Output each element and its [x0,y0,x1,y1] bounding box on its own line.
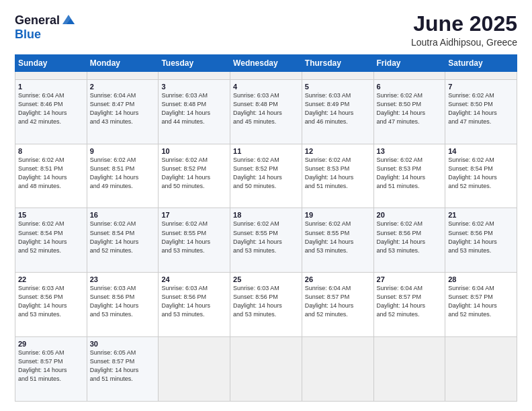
day-number: 20 [377,211,443,219]
table-row: 24Sunrise: 6:03 AM Sunset: 8:56 PM Dayli… [159,273,230,337]
day-number: 17 [161,211,227,219]
day-info: Sunrise: 6:04 AM Sunset: 8:47 PM Dayligh… [90,91,156,126]
calendar-week-row: 29Sunrise: 6:05 AM Sunset: 8:57 PM Dayli… [15,337,517,402]
day-info: Sunrise: 6:02 AM Sunset: 8:54 PM Dayligh… [448,156,514,191]
table-row [373,72,445,80]
table-row: 30Sunrise: 6:05 AM Sunset: 8:57 PM Dayli… [87,337,159,402]
table-row [159,72,230,80]
day-number: 14 [448,147,514,155]
day-info: Sunrise: 6:03 AM Sunset: 8:49 PM Dayligh… [305,91,371,126]
logo-blue: Blue [15,28,41,41]
day-info: Sunrise: 6:04 AM Sunset: 8:57 PM Dayligh… [448,284,514,319]
table-row: 8Sunrise: 6:02 AM Sunset: 8:51 PM Daylig… [15,144,87,208]
table-row: 23Sunrise: 6:03 AM Sunset: 8:56 PM Dayli… [87,273,159,337]
day-info: Sunrise: 6:02 AM Sunset: 8:53 PM Dayligh… [377,156,443,191]
table-row: 7Sunrise: 6:02 AM Sunset: 8:50 PM Daylig… [445,79,517,144]
day-number: 16 [90,211,156,219]
day-number: 28 [448,275,514,283]
day-number: 25 [233,275,299,283]
day-info: Sunrise: 6:02 AM Sunset: 8:52 PM Dayligh… [161,156,227,191]
day-info: Sunrise: 6:03 AM Sunset: 8:56 PM Dayligh… [90,284,156,319]
calendar-week-row: 8Sunrise: 6:02 AM Sunset: 8:51 PM Daylig… [15,144,517,208]
table-row: 19Sunrise: 6:02 AM Sunset: 8:55 PM Dayli… [302,208,373,273]
day-number: 2 [90,83,156,91]
col-tuesday: Tuesday [159,55,230,72]
table-row: 16Sunrise: 6:02 AM Sunset: 8:54 PM Dayli… [87,208,159,273]
table-row: 18Sunrise: 6:02 AM Sunset: 8:55 PM Dayli… [230,208,302,273]
table-row: 2Sunrise: 6:04 AM Sunset: 8:47 PM Daylig… [87,79,159,144]
day-number: 29 [18,340,84,348]
calendar-week-row: 1Sunrise: 6:04 AM Sunset: 8:46 PM Daylig… [15,79,517,144]
table-row: 20Sunrise: 6:02 AM Sunset: 8:56 PM Dayli… [373,208,445,273]
day-info: Sunrise: 6:05 AM Sunset: 8:57 PM Dayligh… [18,349,84,383]
month-title: June 2025 [411,12,517,36]
table-row: 26Sunrise: 6:04 AM Sunset: 8:57 PM Dayli… [302,273,373,337]
day-number: 9 [90,147,156,155]
day-info: Sunrise: 6:02 AM Sunset: 8:56 PM Dayligh… [377,220,443,255]
header: General Blue June 2025 Loutra Aidhipsou,… [15,12,517,48]
table-row: 22Sunrise: 6:03 AM Sunset: 8:56 PM Dayli… [15,273,87,337]
table-row: 15Sunrise: 6:02 AM Sunset: 8:54 PM Dayli… [15,208,87,273]
table-row [373,337,445,402]
table-row: 3Sunrise: 6:03 AM Sunset: 8:48 PM Daylig… [159,79,230,144]
day-info: Sunrise: 6:02 AM Sunset: 8:55 PM Dayligh… [233,220,299,255]
table-row [445,337,517,402]
day-info: Sunrise: 6:03 AM Sunset: 8:56 PM Dayligh… [161,284,227,319]
table-row [159,337,230,402]
day-number: 21 [448,211,514,219]
day-number: 15 [18,211,84,219]
logo: General Blue [15,12,76,41]
day-number: 18 [233,211,299,219]
day-info: Sunrise: 6:03 AM Sunset: 8:48 PM Dayligh… [233,91,299,126]
day-info: Sunrise: 6:04 AM Sunset: 8:57 PM Dayligh… [377,284,443,319]
col-wednesday: Wednesday [230,55,302,72]
calendar-week-row: 15Sunrise: 6:02 AM Sunset: 8:54 PM Dayli… [15,208,517,273]
table-row [230,72,302,80]
table-row: 12Sunrise: 6:02 AM Sunset: 8:53 PM Dayli… [302,144,373,208]
calendar-table: Sunday Monday Tuesday Wednesday Thursday… [15,54,517,402]
day-number: 11 [233,147,299,155]
col-friday: Friday [373,55,445,72]
table-row: 6Sunrise: 6:02 AM Sunset: 8:50 PM Daylig… [373,79,445,144]
day-info: Sunrise: 6:04 AM Sunset: 8:46 PM Dayligh… [18,91,84,126]
day-number: 26 [305,275,371,283]
day-info: Sunrise: 6:04 AM Sunset: 8:57 PM Dayligh… [305,284,371,319]
day-info: Sunrise: 6:02 AM Sunset: 8:56 PM Dayligh… [448,220,514,255]
day-info: Sunrise: 6:02 AM Sunset: 8:54 PM Dayligh… [90,220,156,255]
day-number: 23 [90,275,156,283]
calendar-week-row: 22Sunrise: 6:03 AM Sunset: 8:56 PM Dayli… [15,273,517,337]
day-number: 4 [233,83,299,91]
title-block: June 2025 Loutra Aidhipsou, Greece [411,12,517,48]
day-number: 1 [18,83,84,91]
day-number: 12 [305,147,371,155]
table-row: 17Sunrise: 6:02 AM Sunset: 8:55 PM Dayli… [159,208,230,273]
table-row: 29Sunrise: 6:05 AM Sunset: 8:57 PM Dayli… [15,337,87,402]
table-row: 1Sunrise: 6:04 AM Sunset: 8:46 PM Daylig… [15,79,87,144]
day-number: 3 [161,83,227,91]
day-number: 7 [448,83,514,91]
day-info: Sunrise: 6:02 AM Sunset: 8:55 PM Dayligh… [305,220,371,255]
day-info: Sunrise: 6:03 AM Sunset: 8:48 PM Dayligh… [161,91,227,126]
day-info: Sunrise: 6:02 AM Sunset: 8:50 PM Dayligh… [448,91,514,126]
table-row: 10Sunrise: 6:02 AM Sunset: 8:52 PM Dayli… [159,144,230,208]
day-number: 27 [377,275,443,283]
day-info: Sunrise: 6:03 AM Sunset: 8:56 PM Dayligh… [233,284,299,319]
day-number: 13 [377,147,443,155]
col-thursday: Thursday [302,55,373,72]
table-row [230,337,302,402]
day-info: Sunrise: 6:05 AM Sunset: 8:57 PM Dayligh… [90,349,156,383]
table-row [302,72,373,80]
table-row: 9Sunrise: 6:02 AM Sunset: 8:51 PM Daylig… [87,144,159,208]
day-number: 10 [161,147,227,155]
day-info: Sunrise: 6:02 AM Sunset: 8:54 PM Dayligh… [18,220,84,255]
table-row: 28Sunrise: 6:04 AM Sunset: 8:57 PM Dayli… [445,273,517,337]
day-info: Sunrise: 6:02 AM Sunset: 8:52 PM Dayligh… [233,156,299,191]
day-number: 6 [377,83,443,91]
day-info: Sunrise: 6:02 AM Sunset: 8:55 PM Dayligh… [161,220,227,255]
day-info: Sunrise: 6:02 AM Sunset: 8:51 PM Dayligh… [18,156,84,191]
day-info: Sunrise: 6:02 AM Sunset: 8:50 PM Dayligh… [377,91,443,126]
table-row: 25Sunrise: 6:03 AM Sunset: 8:56 PM Dayli… [230,273,302,337]
table-row: 4Sunrise: 6:03 AM Sunset: 8:48 PM Daylig… [230,79,302,144]
col-sunday: Sunday [15,55,87,72]
location: Loutra Aidhipsou, Greece [411,37,517,48]
